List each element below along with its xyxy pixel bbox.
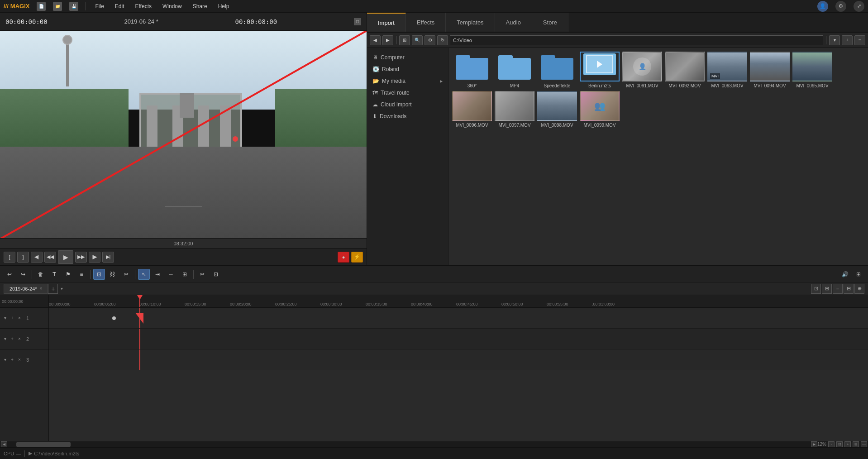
video-0096[interactable]: MVI_0096.MOV (452, 91, 492, 128)
track3-add-btn[interactable]: + (9, 357, 15, 363)
text-btn[interactable]: T (48, 269, 60, 280)
video-0097[interactable]: MVI_0097.MOV (495, 91, 534, 128)
nav-travelroute[interactable]: 🗺 Travel route (367, 87, 448, 99)
track-view-5-btn[interactable]: ⊕ (854, 284, 864, 294)
bracket-start-btn[interactable]: [ (4, 252, 15, 263)
track1-add-btn[interactable]: + (9, 315, 15, 321)
video-0098[interactable]: MVI_0098.MOV (537, 91, 577, 128)
refresh-btn[interactable]: ↻ (437, 35, 448, 45)
split-btn[interactable]: ⊡ (93, 269, 105, 280)
maximize-video-btn[interactable]: □ (354, 18, 361, 25)
fullscreen-btn[interactable]: ⊞ (853, 269, 864, 280)
track-view-1-btn[interactable]: ⊡ (811, 284, 821, 294)
menu-window[interactable]: Window (161, 2, 184, 10)
zoom-out-btn[interactable]: - (828, 441, 835, 448)
tab-close-btn[interactable]: × (40, 286, 43, 291)
chapter-btn[interactable]: ≡ (76, 269, 87, 280)
track3-remove-btn[interactable]: × (16, 357, 23, 363)
scissors-btn[interactable]: ✂ (120, 269, 132, 280)
video-0094[interactable]: MVI_0094.MOV (750, 52, 790, 88)
track-body-2[interactable] (49, 329, 868, 349)
video-0092[interactable]: MVI_0092.MOV (665, 52, 705, 88)
folder-mp4[interactable]: MP4 (495, 52, 534, 88)
ripple-btn[interactable]: ⊞ (179, 269, 191, 280)
add-btn[interactable]: + (842, 35, 853, 45)
nav-back-btn[interactable]: ◀ (370, 35, 381, 45)
tab-audio[interactable]: Audio (495, 13, 532, 32)
settings-icon[interactable]: ⚙ (835, 1, 846, 12)
track3-collapse-btn[interactable]: ▾ (2, 357, 8, 363)
track-view-2-btn[interactable]: ⊞ (822, 284, 832, 294)
razor-btn[interactable]: ✂ (196, 269, 208, 280)
more-btn[interactable]: ≡ (854, 35, 865, 45)
track-view-3-btn[interactable]: ≡ (833, 284, 843, 294)
nav-downloads[interactable]: ⬇ Downloads (367, 110, 448, 122)
tab-add-btn[interactable]: + (48, 284, 58, 294)
timeline-empty-space[interactable] (49, 370, 868, 441)
video-0095[interactable]: MVI_0095.MOV (792, 52, 832, 88)
nav-cloudimport[interactable]: ☁ Cloud Import (367, 99, 448, 110)
marker-btn[interactable]: ⚑ (62, 269, 74, 280)
user-icon[interactable]: 👤 (817, 1, 828, 12)
dropdown-btn[interactable]: ▾ (829, 35, 840, 45)
shrink-timeline-btn[interactable]: — (861, 441, 867, 448)
folder-berlin[interactable]: Berlin.m2ts (580, 52, 620, 88)
nav-mymedia[interactable]: 📂 My media (367, 75, 448, 87)
tab-arrow-btn[interactable]: ▾ (58, 284, 65, 294)
scrollbar-thumb[interactable] (16, 442, 71, 447)
track2-add-btn[interactable]: + (9, 336, 15, 342)
maximize-icon[interactable]: ⤢ (854, 1, 864, 12)
track1-collapse-btn[interactable]: ▾ (2, 315, 8, 321)
play-btn[interactable]: ▶ (58, 250, 73, 264)
undo-btn[interactable]: ↩ (4, 269, 15, 280)
track-body-3[interactable] (49, 349, 868, 370)
toolbar-icon-new[interactable]: 📄 (37, 2, 46, 11)
settings-btn[interactable]: ⚙ (424, 35, 435, 45)
end-btn[interactable]: ▶| (102, 252, 114, 263)
redo-btn[interactable]: ↪ (17, 269, 29, 280)
scroll-left-btn[interactable]: ◀ (1, 441, 7, 448)
extract-btn[interactable]: ⊡ (210, 269, 222, 280)
video-0093[interactable]: MVI MVI_0093.MOV (707, 52, 747, 88)
menu-edit[interactable]: Edit (113, 2, 126, 10)
menu-help[interactable]: Help (216, 2, 231, 10)
zoom-fit-btn[interactable]: ⊡ (836, 441, 843, 448)
scroll-right-btn[interactable]: ▶ (811, 441, 817, 448)
nav-computer[interactable]: 🖥 Computer (367, 52, 448, 63)
track-view-4-btn[interactable]: ⊟ (844, 284, 854, 294)
nav-roland[interactable]: 💽 Roland (367, 63, 448, 75)
tab-templates[interactable]: Templates (446, 13, 495, 32)
timeline-tab-1[interactable]: 2019-06-24* × (4, 284, 48, 294)
menu-share[interactable]: Share (191, 2, 209, 10)
bracket-end-btn[interactable]: ] (17, 252, 29, 263)
tab-effects[interactable]: Effects (406, 13, 446, 32)
next-frame-btn[interactable]: ▶▶ (75, 252, 87, 263)
track2-remove-btn[interactable]: × (16, 336, 23, 342)
video-0099[interactable]: 👥 MVI_0099.MOV (580, 91, 620, 128)
folder-speedeffekte[interactable]: Speedeffekte (537, 52, 577, 88)
track-body-1[interactable] (49, 308, 868, 329)
zoom-in-btn[interactable]: + (844, 441, 851, 448)
video-preview[interactable] (0, 31, 367, 238)
path-input[interactable] (450, 35, 823, 45)
tab-store[interactable]: Store (532, 13, 568, 32)
delete-btn[interactable]: 🗑 (35, 269, 47, 280)
view-toggle-btn[interactable]: ⊞ (399, 35, 410, 45)
nav-forward-btn[interactable]: ▶ (382, 35, 393, 45)
menu-file[interactable]: File (93, 2, 105, 10)
volume-btn[interactable]: 🔊 (839, 269, 851, 280)
roll-btn[interactable]: ⇥ (152, 269, 163, 280)
prev-mark-btn[interactable]: ◀| (31, 252, 43, 263)
rec-btn[interactable]: ● (338, 252, 349, 263)
fullscreen-timeline-btn[interactable]: ⊞ (853, 441, 859, 448)
lightning-btn[interactable]: ⚡ (351, 252, 363, 263)
toolbar-icon-open[interactable]: 📁 (53, 2, 62, 11)
tab-import[interactable]: Import (367, 13, 406, 32)
search-btn[interactable]: 🔍 (412, 35, 423, 45)
chain-btn[interactable]: ⛓ (107, 269, 119, 280)
toolbar-icon-save[interactable]: 💾 (69, 2, 78, 11)
folder-360[interactable]: 360° (452, 52, 492, 88)
track1-remove-btn[interactable]: × (16, 315, 23, 321)
prev-frame-btn[interactable]: ◀◀ (44, 252, 56, 263)
menu-effects[interactable]: Effects (134, 2, 153, 10)
